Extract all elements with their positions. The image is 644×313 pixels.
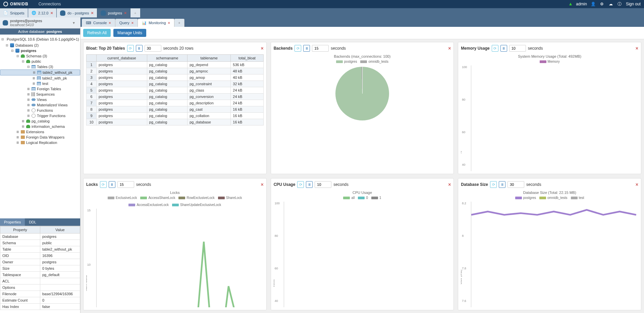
panel-close-icon[interactable]: ×: [636, 182, 638, 187]
expand-icon[interactable]: ⊞: [16, 136, 19, 139]
conntab-version[interactable]: 🌐 2.12.0 ×: [28, 8, 57, 17]
tree-foreign-tables[interactable]: ⊞Foreign Tables: [0, 86, 80, 92]
interval-input[interactable]: [509, 45, 526, 52]
signout-link[interactable]: Sign out: [626, 2, 641, 6]
conn-dropdown[interactable]: ▾: [70, 20, 77, 25]
tree-schema-public[interactable]: ⊟public: [0, 59, 80, 64]
tree-functions[interactable]: ⊞Functions: [0, 108, 80, 113]
tree-schema-info[interactable]: ⊞information_schema: [0, 124, 80, 129]
expand-icon[interactable]: ⊞: [32, 76, 36, 80]
interval-input[interactable]: [315, 181, 331, 188]
props-row: Options: [0, 284, 80, 291]
database-icon: [10, 43, 14, 47]
tab-console[interactable]: ⌨ Console ×: [82, 19, 115, 27]
info-icon[interactable]: ⓘ: [617, 2, 622, 6]
panel-close-icon[interactable]: ×: [261, 182, 263, 187]
expand-icon[interactable]: ⊞: [33, 71, 36, 74]
interval-input[interactable]: [145, 45, 161, 52]
refresh-icon[interactable]: ⟳: [297, 181, 304, 188]
tree-databases[interactable]: ⊟Databases (2): [0, 43, 80, 48]
panel-close-icon[interactable]: ×: [261, 46, 263, 51]
legend-item: 1: [379, 196, 381, 200]
expand-icon[interactable]: ⊞: [27, 98, 30, 101]
panel-close-icon[interactable]: ×: [448, 46, 451, 51]
pause-icon[interactable]: ⏸: [109, 181, 115, 188]
close-icon[interactable]: ×: [168, 21, 170, 25]
props-value: public: [40, 240, 80, 246]
tree-sequences[interactable]: ⊞Sequences: [0, 92, 80, 97]
interval-input[interactable]: [117, 181, 134, 188]
refresh-icon[interactable]: ⟳: [100, 181, 107, 188]
collapse-icon[interactable]: ⊟: [11, 49, 14, 52]
expand-icon[interactable]: ⊞: [27, 114, 30, 117]
close-icon[interactable]: ×: [50, 10, 53, 15]
expand-icon[interactable]: ⊞: [27, 87, 30, 91]
expand-icon[interactable]: ⊞: [21, 119, 25, 123]
table-cell: 9: [87, 113, 97, 119]
close-icon[interactable]: ×: [91, 10, 94, 15]
panel-close-icon[interactable]: ×: [636, 46, 638, 51]
tab-add[interactable]: +: [174, 19, 184, 27]
tree-views[interactable]: ⊞Views: [0, 97, 80, 102]
tree-table-t2[interactable]: ⊞table2_with_pk: [0, 75, 80, 81]
tab-monitoring[interactable]: 📊 Monitoring ×: [138, 19, 174, 27]
conntab-postgres-active[interactable]: postgres ×: [97, 8, 130, 17]
props-tab-properties[interactable]: Properties: [0, 218, 25, 226]
expand-icon[interactable]: ⊞: [16, 141, 19, 144]
refresh-all-button[interactable]: Refresh All: [83, 29, 111, 37]
expand-icon[interactable]: ⊞: [27, 103, 30, 107]
close-icon[interactable]: ×: [131, 21, 133, 25]
pause-icon[interactable]: ⏸: [306, 181, 313, 188]
tree-table-t1[interactable]: ⊞table2_without_pk: [0, 69, 80, 75]
manage-units-button[interactable]: Manage Units: [113, 29, 146, 37]
conntab-add[interactable]: +: [130, 8, 141, 17]
refresh-icon[interactable]: ⟳: [127, 45, 134, 52]
active-db-prefix: Active database:: [18, 30, 46, 34]
expand-icon[interactable]: ⊞: [32, 82, 36, 85]
refresh-icon[interactable]: ⟳: [492, 45, 498, 52]
collapse-icon[interactable]: ⊟: [16, 54, 19, 58]
pause-icon[interactable]: ⏸: [303, 45, 310, 52]
expand-icon[interactable]: ⊞: [27, 93, 30, 96]
tree-extensions[interactable]: ⊞Extensions: [0, 129, 80, 135]
interval-input[interactable]: [312, 45, 329, 52]
tree-label: pg_catalog: [32, 119, 50, 123]
pause-icon[interactable]: ⏸: [500, 45, 507, 52]
tree-trigger-functions[interactable]: ⊞Trigger Functions: [0, 113, 80, 118]
close-icon[interactable]: ×: [109, 21, 111, 25]
table-cell: pg_cast: [187, 106, 231, 113]
refresh-icon[interactable]: ⟳: [294, 45, 301, 52]
collapse-icon[interactable]: ⊟: [27, 65, 30, 68]
tree-table-t3[interactable]: ⊞test: [0, 81, 80, 86]
connections-link[interactable]: Connections: [39, 2, 61, 6]
tree-schemas[interactable]: ⊟Schemas (3): [0, 53, 80, 59]
panel-title: Database Size: [461, 182, 488, 187]
tree-server[interactable]: ⊟PostgreSQL 10.6 (Debian 10.6-1.pgdg90+1…: [0, 36, 80, 43]
tab-query[interactable]: Query ×: [115, 19, 138, 27]
close-icon[interactable]: ×: [124, 10, 127, 15]
tree-fdw[interactable]: ⊞Foreign Data Wrappers: [0, 135, 80, 140]
tree-schema-pgcatalog[interactable]: ⊞pg_catalog: [0, 118, 80, 124]
conntab-snippets[interactable]: 📄 Snippets: [0, 8, 28, 17]
expand-icon[interactable]: ⊞: [16, 130, 19, 134]
collapse-icon[interactable]: ⊟: [5, 44, 9, 47]
user-icon[interactable]: 👤: [591, 2, 596, 6]
props-tab-ddl[interactable]: DDL: [25, 218, 40, 226]
expand-icon[interactable]: ⊞: [27, 109, 30, 112]
tree-tables[interactable]: ⊟Tables (3): [0, 64, 80, 69]
collapse-icon[interactable]: ⊟: [21, 60, 25, 63]
conntab-do-postgres[interactable]: do - postgres ×: [57, 8, 97, 17]
pause-icon[interactable]: ⏸: [136, 45, 143, 52]
gear-icon[interactable]: ⚙: [600, 2, 604, 6]
pause-icon[interactable]: ⏸: [499, 181, 505, 188]
cloud-icon[interactable]: ☁: [608, 2, 613, 6]
refresh-icon[interactable]: ⟳: [490, 181, 497, 188]
expand-icon[interactable]: ⊞: [21, 125, 25, 128]
unit-seconds: seconds: [528, 46, 543, 51]
panel-close-icon[interactable]: ×: [448, 182, 451, 187]
interval-input[interactable]: [507, 181, 524, 188]
tree-mat-views[interactable]: ⊞Materialized Views: [0, 102, 80, 108]
tree-logical-repl[interactable]: ⊞Logical Replication: [0, 140, 80, 145]
tree-db-postgres[interactable]: ⊟postgres: [0, 48, 80, 53]
collapse-icon[interactable]: ⊟: [1, 38, 4, 41]
